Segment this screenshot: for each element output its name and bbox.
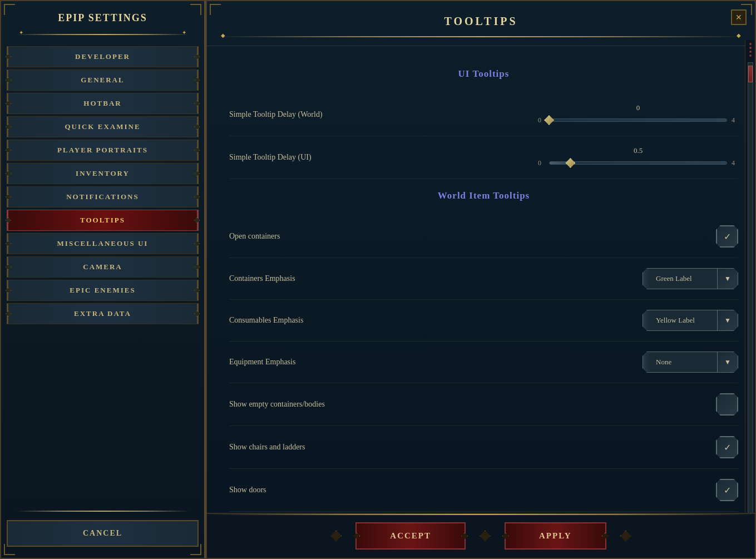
dropdown-consumables-emphasis: Yellow Label ▼ — [643, 310, 738, 331]
sidebar-nav: DEVELOPERGENERALHOTBARQUICK EXAMINEPLAYE… — [7, 46, 199, 502]
cancel-button[interactable]: CANCEL — [7, 520, 199, 547]
accept-button[interactable]: ACCEPT — [355, 522, 466, 550]
setting-label-show-chairs: Show chairs and ladders — [229, 443, 716, 452]
footer-divider — [207, 514, 755, 515]
scroll-dot — [749, 43, 752, 45]
checkbox-show-empty[interactable]: ✓ — [716, 393, 738, 415]
ui-tooltips-section-header: UI Tooltips — [229, 68, 738, 80]
slider-world-min: 0 — [538, 116, 545, 125]
checkbox-show-doors[interactable]: ✓ — [716, 479, 738, 501]
scroll-thumb[interactable] — [748, 66, 753, 82]
sidebar-item-developer[interactable]: DEVELOPER — [7, 46, 199, 67]
dropdown-containers-left — [643, 268, 650, 289]
dropdown-equipment-left — [643, 352, 650, 373]
slider-ui-value: 0.5 — [634, 146, 643, 155]
footer-ornament-right — [620, 531, 631, 542]
checkbox-open-containers[interactable]: ✓ — [716, 225, 738, 248]
slider-world-track — [549, 118, 727, 122]
slider-world-max: 4 — [732, 116, 738, 125]
sidebar-title: EPIP SETTINGS — [58, 12, 147, 24]
setting-row-show-doors: Show doors ✓ — [229, 469, 738, 512]
slider-ui-row: 0 4 — [538, 157, 738, 169]
dropdown-equipment-emphasis: None ▼ — [643, 352, 738, 373]
world-item-title: World Item Tooltips — [229, 190, 738, 201]
dropdown-equipment-arrow[interactable]: ▼ — [717, 352, 738, 373]
dropdown-containers-arrow[interactable]: ▼ — [717, 268, 738, 289]
setting-label-show-empty: Show empty containers/bodies — [229, 400, 716, 409]
setting-row-equipment-emphasis: Equipment Emphasis None ▼ — [229, 342, 738, 383]
setting-row-open-containers: Open containers ✓ — [229, 215, 738, 258]
slider-ui-thumb[interactable] — [565, 158, 575, 168]
scroll-dot — [749, 51, 752, 53]
sidebar-item-player-portraits[interactable]: PLAYER PORTRAITS — [7, 140, 199, 161]
sidebar-item-inventory[interactable]: INVENTORY — [7, 163, 199, 184]
setting-label-open-containers: Open containers — [229, 232, 716, 241]
slider-world-row: 0 4 — [538, 115, 738, 126]
slider-ui-track-container[interactable] — [549, 157, 727, 169]
setting-row-containers-emphasis: Containers Emphasis Green Label ▼ — [229, 258, 738, 300]
sidebar-item-general[interactable]: GENERAL — [7, 70, 199, 91]
checkbox-show-chairs[interactable]: ✓ — [716, 436, 738, 458]
main-title: TOOLTIPS — [218, 15, 744, 28]
sidebar-item-epic-enemies[interactable]: EPIC ENEMIES — [7, 280, 199, 301]
sidebar-item-quick-examine[interactable]: QUICK EXAMINE — [7, 116, 199, 137]
apply-button[interactable]: APPLY — [505, 522, 606, 550]
slider-ui-delay: 0.5 0 4 — [538, 146, 738, 169]
footer-ornament-mid — [480, 531, 491, 542]
dropdown-containers-value: Green Label — [650, 268, 717, 289]
dropdown-equipment-value: None — [650, 352, 717, 373]
chevron-down-icon: ▼ — [724, 358, 731, 367]
sidebar-item-hotbar[interactable]: HOTBAR — [7, 93, 199, 114]
main-panel: TOOLTIPS ✕ UI Tooltips Simple Tooltip De… — [206, 0, 756, 559]
sidebar-item-notifications[interactable]: NOTIFICATIONS — [7, 186, 199, 207]
world-item-section-header: World Item Tooltips — [229, 190, 738, 201]
setting-label-equipment-emphasis: Equipment Emphasis — [229, 358, 643, 367]
slider-ui-track — [549, 161, 727, 165]
footer: ACCEPT APPLY — [207, 513, 755, 558]
setting-label-ui-delay: Simple Tooltip Delay (UI) — [229, 153, 538, 162]
checkbox-check-show-chairs: ✓ — [724, 442, 731, 453]
slider-ui-max: 4 — [732, 159, 738, 167]
footer-ornament-left — [330, 531, 342, 542]
sidebar-bottom-divider — [16, 511, 189, 512]
scroll-dot — [749, 47, 752, 49]
slider-world-thumb[interactable] — [544, 115, 554, 125]
sidebar-item-tooltips[interactable]: TOOLTIPS — [7, 210, 199, 231]
setting-row-consumables-emphasis: Consumables Emphasis Yellow Label ▼ — [229, 300, 738, 342]
dropdown-consumables-left — [643, 310, 650, 331]
ui-tooltips-title: UI Tooltips — [229, 68, 738, 80]
sidebar: EPIP SETTINGS DEVELOPERGENERALHOTBARQUIC… — [0, 0, 206, 559]
setting-label-consumables-emphasis: Consumables Emphasis — [229, 316, 643, 325]
slider-world-track-container[interactable] — [549, 115, 727, 126]
scroll-dot — [749, 55, 752, 57]
scrollbar[interactable] — [745, 40, 755, 519]
setting-row-ui-delay: Simple Tooltip Delay (UI) 0.5 0 4 — [229, 136, 738, 179]
chevron-down-icon: ▼ — [724, 316, 731, 325]
slider-world-delay: 0 0 4 — [538, 103, 738, 126]
setting-row-show-chairs: Show chairs and ladders ✓ — [229, 426, 738, 469]
dropdown-consumables-arrow[interactable]: ▼ — [717, 310, 738, 331]
checkbox-check-show-doors: ✓ — [724, 485, 731, 496]
checkbox-check-show-empty: ✓ — [724, 399, 731, 410]
dropdown-consumables-value: Yellow Label — [650, 310, 717, 331]
sidebar-item-camera[interactable]: CAMERA — [7, 256, 199, 278]
dropdown-containers-emphasis: Green Label ▼ — [643, 268, 738, 289]
checkbox-check-open-containers: ✓ — [724, 231, 731, 242]
slider-world-value: 0 — [636, 103, 640, 112]
main-header: TOOLTIPS ✕ — [207, 1, 755, 46]
setting-row-show-empty: Show empty containers/bodies ✓ — [229, 383, 738, 426]
setting-row-world-delay: Simple Tooltip Delay (World) 0 0 4 — [229, 93, 738, 136]
setting-label-containers-emphasis: Containers Emphasis — [229, 274, 643, 283]
setting-label-world-delay: Simple Tooltip Delay (World) — [229, 110, 538, 119]
header-divider — [218, 36, 744, 37]
scroll-track[interactable] — [748, 62, 753, 516]
chevron-down-icon: ▼ — [724, 275, 731, 283]
setting-label-show-doors: Show doors — [229, 486, 716, 494]
sidebar-top-divider — [16, 34, 189, 35]
sidebar-item-miscellaneous-ui[interactable]: MISCELLANEOUS UI — [7, 233, 199, 254]
slider-ui-min: 0 — [538, 159, 545, 167]
scroll-dots — [749, 40, 752, 60]
close-button[interactable]: ✕ — [731, 9, 747, 25]
content-area: UI Tooltips Simple Tooltip Delay (World)… — [207, 46, 755, 513]
sidebar-item-extra-data[interactable]: EXTRA DATA — [7, 303, 199, 324]
